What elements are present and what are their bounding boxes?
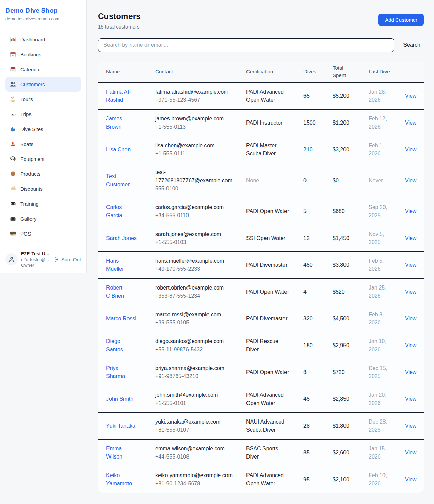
customer-name-link[interactable]: Diego Santos [106, 338, 123, 352]
customer-name-link[interactable]: Marco Rossi [106, 316, 136, 321]
tours-icon [9, 96, 16, 102]
sidebar-item-equipment[interactable]: Equipment [5, 151, 81, 166]
user-role: Owner [21, 263, 50, 268]
view-link[interactable]: View [405, 477, 416, 482]
add-customer-button[interactable]: Add Customer [378, 14, 424, 26]
search-input[interactable] [98, 38, 394, 52]
sidebar-item-customers[interactable]: Customers [5, 77, 81, 92]
table-row: Hans Muellerhans.mueller@example.com+49-… [98, 251, 424, 278]
customer-name-link[interactable]: Carlos Garcia [106, 204, 122, 218]
sidebar-item-training[interactable]: Training [5, 196, 81, 211]
customer-total-spent: $5,200 [324, 82, 360, 109]
customer-name-link[interactable]: Yuki Tanaka [106, 423, 135, 429]
customer-name-link[interactable]: Hans Mueller [106, 258, 124, 272]
customer-email: john.smith@example.com [155, 391, 234, 399]
customer-certification: NAUI Advanced Scuba Diver [238, 412, 295, 439]
customer-dives: 65 [295, 82, 324, 109]
customer-phone: 555-0100 [155, 185, 234, 193]
sidebar-item-calendar[interactable]: Calendar [5, 62, 81, 77]
customer-last-dive: Jan 25, 2026 [360, 278, 397, 305]
customer-dives: 450 [295, 251, 324, 278]
sign-out-button[interactable]: Sign Out [53, 257, 81, 262]
sidebar-item-gallery[interactable]: Gallery [5, 211, 81, 226]
view-link[interactable]: View [405, 147, 416, 152]
shop-title[interactable]: Demo Dive Shop [5, 7, 81, 14]
customer-certification: PADI Divemaster [238, 251, 295, 278]
sidebar-item-label: Dashboard [20, 37, 45, 42]
customer-dives: 210 [295, 136, 324, 163]
view-link[interactable]: View [405, 120, 416, 126]
customer-name-link[interactable]: John Smith [106, 396, 133, 402]
view-link[interactable]: View [405, 423, 416, 429]
customer-phone: +55-11-99876-5432 [155, 346, 234, 354]
customer-email: yuki.tanaka@example.com [155, 418, 234, 426]
sidebar-item-dashboard[interactable]: Dashboard [5, 32, 81, 47]
customer-email: robert.obrien@example.com [155, 284, 234, 292]
table-row: Fatima Al-Rashidfatima.alrashid@example.… [98, 82, 424, 109]
sidebar-item-bookings[interactable]: 17Bookings [5, 47, 81, 62]
sidebar-nav: Dashboard17BookingsCalendarCustomersTour… [0, 26, 86, 246]
customer-phone: +81-90-1234-5678 [155, 480, 234, 488]
customer-total-spent: $1,800 [324, 412, 360, 439]
view-link[interactable]: View [405, 450, 416, 455]
customer-name-link[interactable]: Lisa Chen [106, 147, 131, 152]
table-row: Lisa Chenlisa.chen@example.com+1-555-011… [98, 136, 424, 163]
customer-total-spent: $2,100 [324, 466, 360, 493]
view-link[interactable]: View [405, 342, 416, 348]
view-link[interactable]: View [405, 178, 416, 183]
view-link[interactable]: View [405, 316, 416, 321]
customer-email: hans.mueller@example.com [155, 257, 234, 265]
view-link[interactable]: View [405, 396, 416, 402]
customer-total-spent: $3,800 [324, 251, 360, 278]
customer-name-link[interactable]: Keiko Yamamoto [106, 472, 132, 486]
view-link[interactable]: View [405, 289, 416, 295]
sidebar-item-label: Bookings [20, 52, 41, 57]
customer-name-link[interactable]: Emma Wilson [106, 446, 122, 460]
customer-certification: PADI Instructor [238, 109, 295, 136]
page-header: Customers 15 total customers Add Custome… [98, 12, 424, 30]
view-link[interactable]: View [405, 208, 416, 214]
search-button[interactable]: Search [400, 39, 424, 51]
customer-name-link[interactable]: Test Customer [106, 173, 130, 187]
view-link[interactable]: View [405, 235, 416, 241]
customer-name-link[interactable]: Fatima Al-Rashid [106, 89, 131, 103]
customer-phone: +1-555-0113 [155, 123, 234, 131]
customer-name-link[interactable]: Robert O'Brien [106, 285, 124, 299]
table-row: Emma Wilsonemma.wilson@example.com+44-55… [98, 439, 424, 466]
sidebar-item-discounts[interactable]: Discounts [5, 181, 81, 196]
table-row: Sarah Jonessarah.jones@example.com+1-555… [98, 225, 424, 251]
sidebar-item-pos[interactable]: POS [5, 226, 81, 241]
customer-certification: PADI Rescue Diver [238, 332, 295, 359]
sidebar-item-trips[interactable]: Trips [5, 107, 81, 122]
customers-icon [9, 81, 16, 88]
sidebar-item-products[interactable]: Products [5, 166, 81, 181]
sidebar-item-dive-sites[interactable]: Dive Sites [5, 122, 81, 136]
equipment-icon [9, 155, 16, 162]
table-row: Test Customertest-1772681807767@example.… [98, 163, 424, 198]
view-link[interactable]: View [405, 262, 416, 268]
dive-sites-icon [9, 126, 16, 132]
customer-certification: PADI Open Water [238, 278, 295, 305]
customer-name-link[interactable]: James Brown [106, 116, 122, 130]
sidebar-item-label: Calendar [20, 67, 41, 72]
customer-phone: +39-555-0105 [155, 319, 234, 327]
table-row: Keiko Yamamotokeiko.yamamoto@example.com… [98, 466, 424, 493]
sidebar-item-boats[interactable]: Boats [5, 136, 81, 151]
customer-total-spent: $4,500 [324, 305, 360, 332]
customer-dives: 85 [295, 439, 324, 466]
table-row: Robert O'Brienrobert.obrien@example.com+… [98, 278, 424, 305]
sign-out-icon [53, 257, 59, 262]
view-link[interactable]: View [405, 93, 416, 99]
column-header: Last Dive [360, 61, 397, 82]
user-email: e2e-tester@... [21, 257, 50, 262]
customer-name-link[interactable]: Priya Sharma [106, 365, 125, 379]
customer-name-link[interactable]: Sarah Jones [106, 235, 137, 241]
user-box: E2E Test U... e2e-tester@... Owner Sign … [0, 246, 86, 273]
customer-last-dive: Feb 12, 2026 [360, 109, 397, 136]
sidebar-item-tours[interactable]: Tours [5, 92, 81, 107]
sidebar-item-label: Equipment [20, 156, 45, 162]
customer-email: priya.sharma@example.com [155, 364, 234, 372]
column-header: Certification [238, 61, 295, 82]
customer-last-dive: Never [360, 163, 397, 198]
view-link[interactable]: View [405, 369, 416, 375]
